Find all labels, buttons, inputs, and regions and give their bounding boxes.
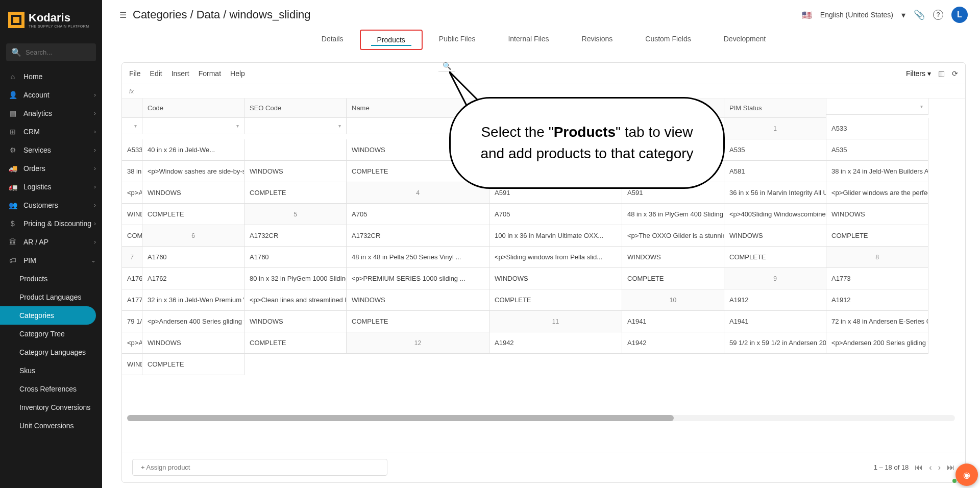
table-cell[interactable]: 40 in x 26 in Jeld-We... <box>142 139 244 161</box>
table-cell[interactable]: WINDOWS <box>724 225 826 247</box>
table-cell[interactable]: A1942 <box>489 332 622 354</box>
sidebar-item-customers[interactable]: 👥Customers› <box>0 196 102 214</box>
table-cell[interactable]: 38 in x 24 in Jeld-Wen Custom Woo... <box>122 161 142 182</box>
table-cell[interactable]: <p>Andersen 400 Series gliding wi... <box>142 311 244 332</box>
table-cell[interactable]: WINDOWS <box>142 332 244 354</box>
sidebar-subitem-category-tree[interactable]: Category Tree <box>0 325 102 343</box>
table-cell[interactable]: COMPLETE <box>142 204 244 225</box>
last-page-icon[interactable]: ⏭ <box>947 463 955 472</box>
table-cell[interactable]: A705 <box>347 204 489 225</box>
refresh-icon[interactable]: ⟳ <box>952 69 958 78</box>
table-cell[interactable]: A1732CR <box>244 225 347 247</box>
column-header[interactable]: SEO Code <box>244 99 347 118</box>
table-cell[interactable]: WINDOWS <box>122 204 142 225</box>
help-icon[interactable]: ? <box>933 10 943 20</box>
table-cell[interactable]: A535 <box>826 139 928 161</box>
sidebar-item-crm[interactable]: ⊞CRM› <box>0 123 102 141</box>
table-cell[interactable]: WINDOWS <box>489 268 622 289</box>
table-cell[interactable] <box>244 139 347 161</box>
sidebar-subitem-cross-references[interactable]: Cross References <box>0 380 102 398</box>
grid-search-icon[interactable]: 🔍 <box>438 61 455 71</box>
table-cell[interactable]: A1941 <box>622 311 724 332</box>
locale-selector[interactable]: English (United States) <box>820 11 893 19</box>
row-number[interactable]: 9 <box>724 268 826 289</box>
table-cell[interactable]: A533 <box>122 139 142 161</box>
table-cell[interactable]: A1773 <box>826 268 928 289</box>
column-header[interactable] <box>122 99 142 118</box>
table-cell[interactable]: 79 1/4 in x 59 1/4 in Andersen 400 ... <box>122 311 142 332</box>
sidebar-item-home[interactable]: ⌂Home <box>0 67 102 86</box>
sidebar-subitem-categories[interactable]: Categories <box>0 306 96 325</box>
sidebar-subitem-category-languages[interactable]: Category Languages <box>0 343 102 361</box>
table-cell[interactable]: 100 in x 36 in Marvin Ultimate OXX... <box>489 225 622 247</box>
table-cell[interactable]: A581 <box>724 161 826 182</box>
table-cell[interactable]: WINDOWS <box>622 247 724 268</box>
row-number[interactable]: 5 <box>244 204 347 225</box>
sidebar-item-ar-ap[interactable]: 🏛AR / AP› <box>0 233 102 251</box>
menu-icon[interactable]: ☰ <box>119 10 127 20</box>
table-cell[interactable]: COMPLETE <box>489 289 622 311</box>
menu-format[interactable]: Format <box>199 69 221 78</box>
sidebar-search[interactable]: 🔍 <box>6 43 96 61</box>
column-filter[interactable]: ▾ <box>826 99 928 115</box>
table-cell[interactable]: A533 <box>826 118 928 139</box>
table-cell[interactable]: <p>Andersen 200 Series gliding wi... <box>826 332 928 354</box>
row-number[interactable]: 1 <box>724 118 826 139</box>
formula-bar[interactable]: fx <box>122 84 965 99</box>
sidebar-item-orders[interactable]: 🚚Orders› <box>0 159 102 178</box>
tab-development[interactable]: Development <box>707 30 782 50</box>
sidebar-subitem-products[interactable]: Products <box>0 270 102 288</box>
filters-button[interactable]: Filters ▾ <box>906 69 931 78</box>
table-cell[interactable]: 48 in x 36 in PlyGem 400 Sliding Wi... <box>622 204 724 225</box>
table-cell[interactable]: WINDOWS <box>244 161 347 182</box>
row-number[interactable]: 4 <box>347 182 489 204</box>
table-cell[interactable]: A1762 <box>142 268 244 289</box>
avatar[interactable]: L <box>951 7 968 23</box>
table-cell[interactable]: 48 in x 48 in Pella 250 Series Vinyl ... <box>347 247 489 268</box>
row-number[interactable]: 8 <box>826 247 928 268</box>
prev-page-icon[interactable]: ‹ <box>929 463 932 472</box>
attachment-icon[interactable]: 📎 <box>914 9 925 20</box>
column-header[interactable]: PIM Status <box>724 99 826 118</box>
table-cell[interactable]: <p>PREMIUM SERIES 1000 sliding ... <box>347 268 489 289</box>
table-cell[interactable]: COMPLETE <box>724 247 826 268</box>
column-filter[interactable]: ▾ <box>122 118 142 134</box>
columns-icon[interactable]: ▥ <box>938 69 945 78</box>
tab-products[interactable]: Products <box>360 30 423 50</box>
first-page-icon[interactable]: ⏮ <box>915 463 923 472</box>
table-cell[interactable]: 80 in x 32 in PlyGem 1000 Sliding ... <box>244 268 347 289</box>
tab-custom-fields[interactable]: Custom Fields <box>629 30 707 50</box>
table-cell[interactable]: 32 in x 36 in Jeld-Wen Premium Vin... <box>142 289 244 311</box>
horizontal-scrollbar[interactable] <box>127 415 955 421</box>
table-cell[interactable]: <p>Andersen E-Series gliding wind... <box>122 332 142 354</box>
table-cell[interactable]: A1762 <box>122 268 142 289</box>
table-cell[interactable]: A1732CR <box>347 225 489 247</box>
chat-widget-icon[interactable]: ◉ <box>955 463 978 486</box>
table-cell[interactable]: A705 <box>489 204 622 225</box>
sidebar-item-account[interactable]: 👤Account› <box>0 86 102 104</box>
row-number[interactable]: 7 <box>122 247 142 268</box>
sidebar-subitem-unit-conversions[interactable]: Unit Conversions <box>0 417 102 435</box>
table-cell[interactable]: WINDOWS <box>826 204 928 225</box>
table-cell[interactable]: WINDOWS <box>244 311 347 332</box>
tab-public-files[interactable]: Public Files <box>423 30 492 50</box>
sidebar-item-services[interactable]: ⚙Services› <box>0 141 102 159</box>
table-cell[interactable]: <p>Sliding windows from Pella slid... <box>489 247 622 268</box>
table-cell[interactable]: WINDOWS <box>347 289 489 311</box>
sidebar-subitem-inventory-conversions[interactable]: Inventory Conversions <box>0 398 102 417</box>
table-cell[interactable]: <p>Window sashes are side-by-sid... <box>142 161 244 182</box>
assign-product-input[interactable]: + Assign product <box>132 459 387 476</box>
table-cell[interactable]: COMPLETE <box>826 225 928 247</box>
table-cell[interactable]: COMPLETE <box>244 182 347 204</box>
table-cell[interactable]: 72 in x 48 in Andersen E-Series Glid... <box>826 311 928 332</box>
table-cell[interactable]: WINDOWS <box>122 354 142 375</box>
menu-edit[interactable]: Edit <box>150 69 162 78</box>
table-cell[interactable]: 38 in x 24 in Jeld-Wen Builders Atla... <box>826 161 928 182</box>
row-number[interactable]: 11 <box>489 311 622 332</box>
table-cell[interactable]: A1773 <box>122 289 142 311</box>
tab-details[interactable]: Details <box>305 30 360 50</box>
search-input[interactable] <box>26 48 102 56</box>
table-cell[interactable]: WINDOWS <box>142 182 244 204</box>
menu-insert[interactable]: Insert <box>172 69 189 78</box>
table-cell[interactable]: <p>400Sliding Windowscombine re... <box>724 204 826 225</box>
